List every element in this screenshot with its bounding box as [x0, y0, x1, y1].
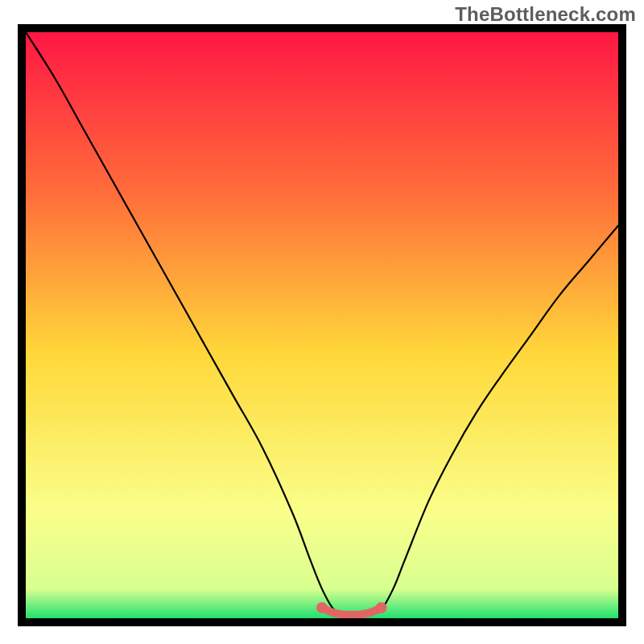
chart-svg	[26, 32, 618, 618]
chart-frame	[18, 24, 626, 626]
watermark-text: TheBottleneck.com	[455, 3, 636, 26]
marker-dot	[316, 602, 328, 613]
chart-container: TheBottleneck.com	[0, 0, 644, 644]
gradient-background	[26, 32, 618, 618]
plot-area	[26, 32, 618, 618]
marker-dot	[376, 602, 387, 613]
